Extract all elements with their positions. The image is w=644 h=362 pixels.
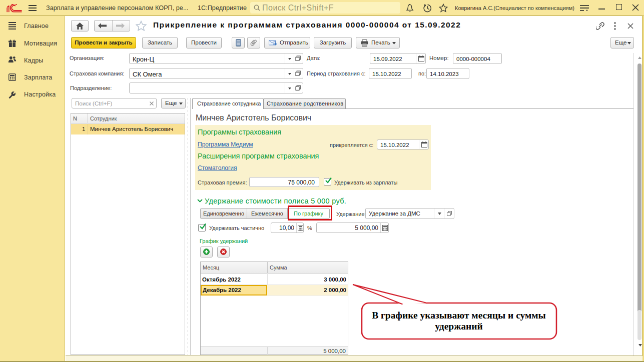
svg-text:удержаний: удержаний <box>435 321 482 332</box>
svg-text:В графике указывают месяцы и с: В графике указывают месяцы и суммы <box>372 310 546 320</box>
